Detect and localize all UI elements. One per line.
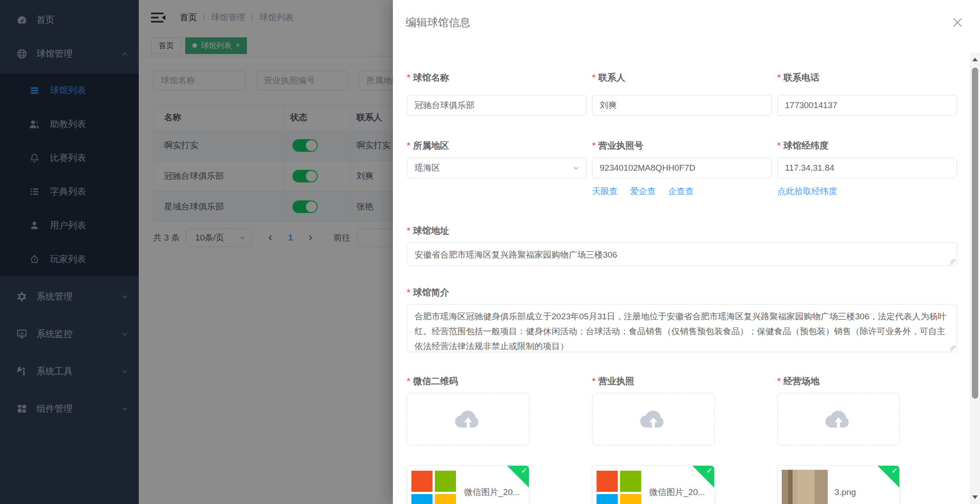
aiqicha-link[interactable]: 爱企查 — [630, 186, 656, 196]
qichacha-link[interactable]: 企查查 — [668, 186, 694, 196]
close-icon[interactable] — [951, 16, 964, 29]
drawer-body: *球馆名称 *联系人 *联系电话 *所属地区 *营业执照号 *球馆经纬度 — [393, 53, 970, 504]
check-icon: ✓ — [891, 466, 898, 476]
district-value: 瑶海区 — [415, 162, 440, 174]
required-asterisk: * — [592, 376, 596, 386]
required-asterisk: * — [777, 73, 781, 83]
field-label-wechat-qr: *微信二维码 — [407, 375, 587, 387]
license-lookup-links: 天眼查 爱企查 企查查 — [592, 186, 772, 197]
field-label-contact: *联系人 — [592, 71, 772, 84]
phone-input[interactable] — [777, 95, 957, 116]
scrollbar-up-arrow-icon[interactable] — [972, 58, 978, 61]
required-asterisk: * — [407, 73, 410, 83]
app-window: 首页 球馆管理 球馆列表 助教列表 — [0, 0, 980, 504]
wechat-qr-upload-dropzone[interactable] — [407, 393, 529, 445]
resize-grip-icon[interactable] — [950, 345, 956, 351]
address-textarea[interactable]: 安徽省合肥市瑶海区复兴路聚福家园购物广场三楼306 — [407, 242, 957, 266]
field-label-phone: *联系电话 — [777, 71, 957, 84]
cloud-upload-icon — [638, 408, 668, 431]
cloud-upload-icon — [824, 408, 853, 431]
check-icon: ✓ — [706, 466, 713, 476]
required-asterisk: * — [592, 73, 596, 83]
pick-latlng-link[interactable]: 点此拾取经纬度 — [777, 186, 837, 196]
scrollbar-down-arrow-icon[interactable] — [972, 495, 978, 499]
upload-success-badge: ✓ — [877, 465, 900, 488]
required-asterisk: * — [407, 141, 410, 151]
district-select[interactable]: 瑶海区 — [407, 158, 587, 178]
cloud-upload-icon — [453, 408, 483, 431]
license-input[interactable] — [592, 158, 772, 178]
business-license-upload-dropzone[interactable] — [592, 393, 715, 445]
field-label-district: *所属地区 — [407, 139, 587, 152]
drawer-scrollbar — [970, 53, 980, 504]
uploaded-file-card[interactable]: 微信图片_20... ✓ — [592, 465, 715, 504]
field-label-license: *营业执照号 — [592, 139, 772, 152]
file-thumbnail — [782, 470, 828, 504]
required-asterisk: * — [407, 287, 410, 298]
required-asterisk: * — [407, 226, 410, 236]
field-label-business-license: *营业执照 — [592, 375, 772, 387]
field-label-venue-name: *球馆名称 — [407, 71, 587, 84]
check-icon: ✓ — [521, 466, 528, 476]
required-asterisk: * — [592, 141, 596, 151]
field-label-address: *球馆地址 — [407, 224, 957, 237]
resize-grip-icon[interactable] — [950, 259, 956, 264]
field-label-latlng: *球馆经纬度 — [777, 139, 957, 152]
file-thumbnail — [411, 470, 457, 504]
uploaded-file-card[interactable]: 微信图片_20... ✓ — [407, 465, 529, 504]
drawer-title: 编辑球馆信息 — [406, 15, 470, 30]
required-asterisk: * — [407, 376, 410, 386]
chevron-down-icon — [572, 164, 580, 172]
file-name: 微信图片_20... — [649, 486, 705, 498]
field-label-intro: *球馆简介 — [407, 286, 957, 299]
tianyancha-link[interactable]: 天眼查 — [592, 186, 618, 196]
required-asterisk: * — [777, 141, 781, 151]
field-label-premises: *经营场地 — [777, 375, 957, 387]
contact-input[interactable] — [592, 95, 772, 116]
edit-venue-drawer: 编辑球馆信息 *球馆名称 *联系人 *联系电话 *所属地区 *营业执照号 *球馆… — [393, 0, 980, 504]
premises-upload-dropzone[interactable] — [777, 393, 900, 445]
scrollbar-thumb[interactable] — [972, 68, 978, 399]
upload-success-badge: ✓ — [692, 465, 715, 488]
intro-textarea[interactable]: 合肥市瑶海区冠驰健身俱乐部成立于2023年05月31日，注册地位于安徽省合肥市瑶… — [407, 304, 957, 352]
latlng-input[interactable] — [777, 158, 957, 178]
file-thumbnail — [597, 470, 643, 504]
upload-success-badge: ✓ — [507, 465, 529, 488]
file-name: 微信图片_20... — [464, 486, 520, 498]
uploaded-file-card[interactable]: 3.png ✓ — [777, 465, 900, 504]
required-asterisk: * — [777, 376, 781, 386]
file-name: 3.png — [834, 487, 856, 497]
venue-name-input[interactable] — [407, 95, 587, 116]
